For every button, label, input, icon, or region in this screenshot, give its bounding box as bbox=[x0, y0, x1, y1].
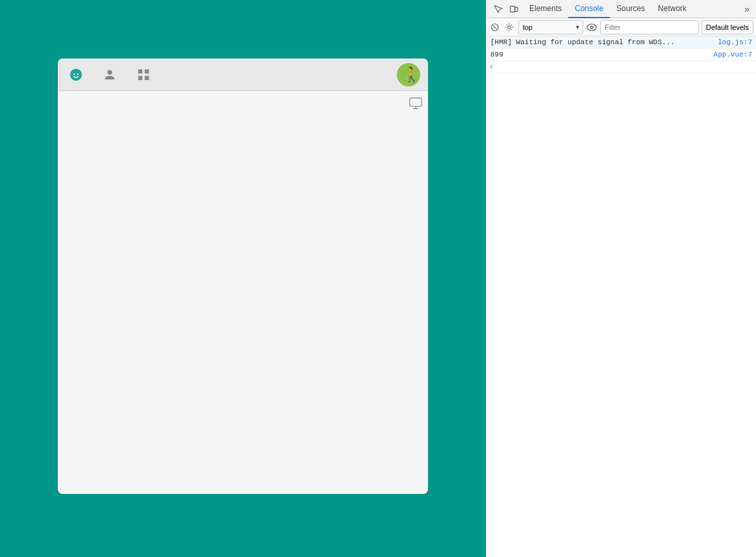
svg-rect-7 bbox=[145, 75, 149, 79]
tab-network[interactable]: Network bbox=[651, 0, 693, 18]
inspect-icon[interactable] bbox=[492, 3, 505, 16]
eye-icon[interactable] bbox=[586, 21, 598, 34]
profile-icon[interactable] bbox=[99, 64, 120, 85]
grid-icon[interactable] bbox=[133, 64, 154, 85]
filter-input[interactable] bbox=[600, 20, 699, 34]
svg-point-3 bbox=[107, 70, 112, 74]
chat-panel: 🧑‍🦯 bbox=[58, 58, 428, 494]
app-area: 🧑‍🦯 bbox=[0, 0, 486, 557]
console-source[interactable]: log.js:7 bbox=[712, 38, 752, 46]
console-message: 899 bbox=[490, 51, 709, 58]
console-source[interactable]: App.vue:7 bbox=[709, 51, 752, 58]
tab-console[interactable]: Console bbox=[568, 0, 610, 18]
console-message: [HMR] Waiting for update signal from WDS… bbox=[490, 38, 712, 46]
chat-toolbar bbox=[409, 96, 423, 112]
chat-header: 🧑‍🦯 bbox=[58, 58, 428, 91]
expand-arrow-icon[interactable]: › bbox=[489, 63, 494, 71]
tab-sources[interactable]: Sources bbox=[610, 0, 651, 18]
devtools-tab-bar: Elements Console Sources Network » bbox=[486, 0, 756, 18]
console-row: 899 App.vue:7 bbox=[486, 49, 756, 61]
emoji-icon[interactable] bbox=[66, 64, 86, 85]
svg-point-1 bbox=[73, 73, 75, 74]
avatar[interactable]: 🧑‍🦯 bbox=[397, 63, 420, 86]
context-selector[interactable]: top ▼ bbox=[518, 20, 583, 34]
svg-point-0 bbox=[70, 68, 82, 80]
chat-content-area bbox=[58, 91, 428, 494]
console-output: [HMR] Waiting for update signal from WDS… bbox=[486, 36, 756, 557]
context-select-input[interactable]: top bbox=[518, 20, 583, 34]
levels-button[interactable]: Default levels bbox=[701, 20, 753, 34]
devtools-icons bbox=[489, 3, 523, 16]
clear-console-icon[interactable] bbox=[489, 21, 501, 34]
svg-rect-6 bbox=[138, 75, 142, 79]
svg-point-16 bbox=[587, 24, 596, 31]
console-row: [HMR] Waiting for update signal from WDS… bbox=[486, 36, 756, 49]
svg-point-2 bbox=[77, 73, 79, 74]
svg-rect-12 bbox=[515, 7, 518, 11]
svg-rect-11 bbox=[510, 6, 515, 12]
devtools-panel: Elements Console Sources Network » bbox=[486, 0, 756, 557]
monitor-icon[interactable] bbox=[409, 96, 423, 110]
devtools-toolbar: top ▼ Default levels bbox=[486, 18, 756, 36]
svg-rect-8 bbox=[410, 98, 422, 107]
svg-rect-5 bbox=[145, 69, 149, 73]
svg-point-17 bbox=[590, 26, 593, 29]
device-toggle-icon[interactable] bbox=[507, 3, 520, 16]
more-tabs-button[interactable]: » bbox=[740, 4, 753, 14]
svg-point-15 bbox=[508, 25, 510, 28]
svg-line-14 bbox=[494, 25, 497, 29]
console-settings-icon[interactable] bbox=[503, 21, 515, 34]
console-expand-row[interactable]: › bbox=[486, 61, 756, 73]
svg-rect-4 bbox=[138, 69, 142, 73]
tab-elements[interactable]: Elements bbox=[523, 0, 568, 18]
